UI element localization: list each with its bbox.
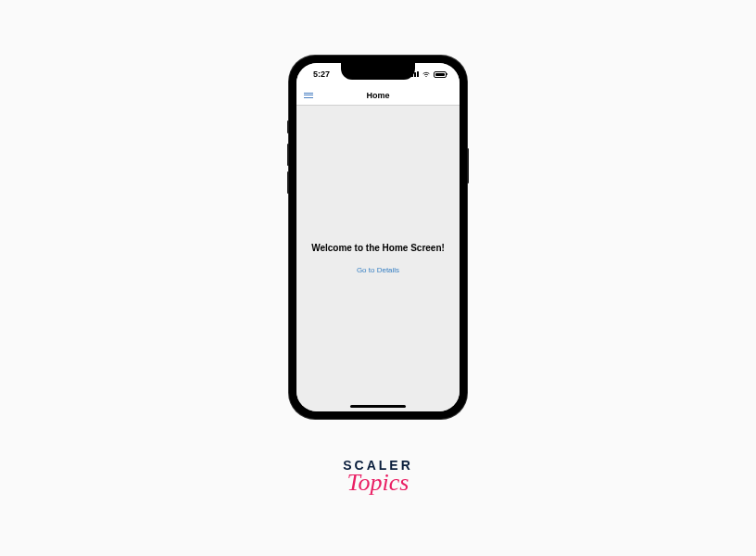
nav-header: Home	[296, 85, 460, 106]
silence-switch	[287, 120, 289, 133]
power-button	[467, 148, 469, 183]
wifi-icon	[422, 70, 431, 78]
phone-notch	[341, 63, 415, 80]
status-time: 5:27	[313, 70, 330, 79]
hamburger-icon[interactable]	[304, 93, 313, 98]
go-to-details-button[interactable]: Go to Details	[357, 266, 399, 274]
volume-up-button	[287, 144, 289, 166]
phone-screen: 5:27	[296, 63, 460, 411]
phone-mockup: 5:27	[289, 56, 467, 419]
brand-name-bottom: Topics	[343, 469, 413, 497]
volume-down-button	[287, 171, 289, 194]
phone-frame: 5:27	[289, 56, 467, 419]
screen-content: Welcome to the Home Screen! Go to Detail…	[296, 106, 460, 411]
welcome-heading: Welcome to the Home Screen!	[311, 243, 445, 253]
battery-icon	[434, 71, 447, 78]
home-indicator[interactable]	[350, 405, 406, 408]
nav-title: Home	[304, 91, 452, 100]
brand-logo: SCALER Topics	[343, 458, 413, 497]
